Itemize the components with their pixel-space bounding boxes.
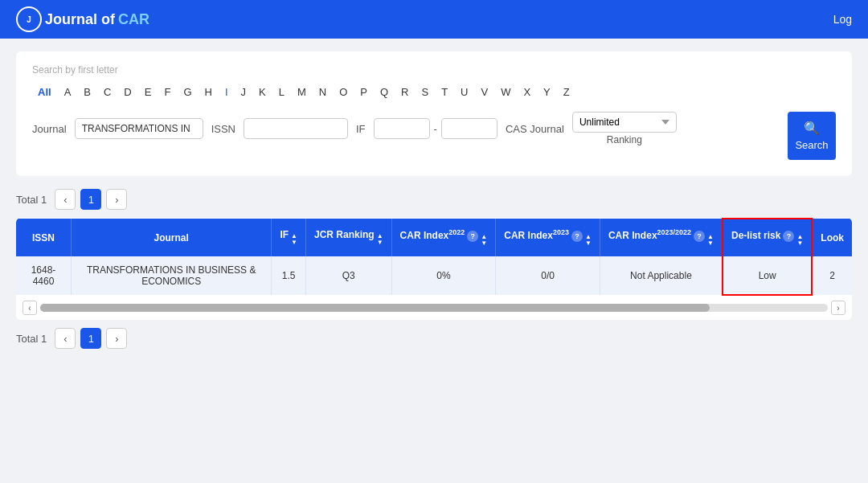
alpha-btn-h[interactable]: H: [199, 84, 218, 100]
col-label-car_index_2023: CAR Index2023: [504, 230, 569, 241]
alpha-btn-q[interactable]: Q: [375, 84, 394, 100]
alpha-btn-z[interactable]: Z: [558, 84, 575, 100]
alpha-btn-u[interactable]: U: [455, 84, 473, 100]
alpha-btn-a[interactable]: A: [59, 84, 77, 100]
sort-car_index_2023_2022[interactable]: ▲▼: [707, 234, 714, 247]
search-panel: Search by first letter AllABCDEFGHIJKLMN…: [16, 51, 852, 176]
alpha-btn-all[interactable]: All: [32, 84, 57, 100]
results-table: ISSNJournalIF▲▼JCR Ranking▲▼CAR Index202…: [16, 218, 852, 296]
alpha-btn-g[interactable]: G: [178, 84, 197, 100]
help-icon-car_index_2023_2022[interactable]: ?: [694, 231, 705, 242]
table-row: 1648-4460TRANSFORMATIONS IN BUSINESS & E…: [16, 256, 852, 295]
cell-car_index_2023_2022: Not Applicable: [600, 256, 723, 295]
cas-label: CAS Journal: [506, 123, 564, 135]
sort-car_index_2022[interactable]: ▲▼: [481, 234, 487, 247]
logo: J Journal of CAR: [16, 6, 149, 32]
alpha-btn-d[interactable]: D: [118, 84, 137, 100]
col-header-if: IF▲▼: [272, 219, 306, 256]
scroll-left-arrow[interactable]: ‹: [23, 301, 37, 315]
col-label-issn: ISSN: [32, 232, 55, 244]
cas-select[interactable]: UnlimitedQ1Q2Q3Q4: [572, 112, 677, 133]
login-link[interactable]: Log: [833, 13, 852, 26]
col-label-look: Look: [821, 232, 844, 244]
bottom-next-page-button[interactable]: ›: [106, 328, 127, 349]
cell-look: 2: [812, 256, 852, 295]
sort-if[interactable]: ▲▼: [291, 233, 297, 246]
table-body: 1648-4460TRANSFORMATIONS IN BUSINESS & E…: [16, 256, 852, 295]
if-range-group: -: [374, 118, 497, 139]
alpha-btn-o[interactable]: O: [334, 84, 353, 100]
results-table-wrapper: ISSNJournalIF▲▼JCR Ranking▲▼CAR Index202…: [16, 218, 852, 320]
col-label-delist_risk: De-list risk: [731, 230, 780, 241]
help-icon-car_index_2023[interactable]: ?: [571, 231, 583, 242]
scrollbar-track[interactable]: [40, 304, 828, 312]
col-label-jcr_ranking: JCR Ranking: [314, 229, 375, 240]
alpha-btn-k[interactable]: K: [253, 84, 272, 100]
sort-car_index_2023[interactable]: ▲▼: [585, 234, 592, 247]
search-icon: 🔍: [804, 121, 820, 136]
header: J Journal of CAR Log: [0, 0, 868, 39]
cell-issn: 1648-4460: [16, 256, 71, 295]
search-button-label: Search: [795, 139, 828, 151]
journal-label: Journal: [32, 123, 67, 135]
col-header-car_index_2023_2022: CAR Index2023/2022?▲▼: [600, 219, 723, 256]
col-header-journal: Journal: [71, 219, 271, 256]
ranking-sublabel: Ranking: [572, 134, 677, 145]
alpha-btn-x[interactable]: X: [518, 84, 536, 100]
current-page-button[interactable]: 1: [80, 189, 101, 210]
col-header-car_index_2023: CAR Index2023?▲▼: [496, 219, 600, 256]
cell-journal: TRANSFORMATIONS IN BUSINESS & ECONOMICS: [71, 256, 271, 295]
alpha-btn-j[interactable]: J: [235, 84, 252, 100]
alpha-btn-l[interactable]: L: [273, 84, 290, 100]
alpha-btn-c[interactable]: C: [98, 84, 117, 100]
alpha-btn-s[interactable]: S: [416, 84, 434, 100]
help-icon-car_index_2022[interactable]: ?: [467, 231, 478, 242]
alpha-btn-v[interactable]: V: [475, 84, 493, 100]
cell-car_index_2023: 0/0: [496, 256, 600, 295]
scrollbar-thumb: [40, 304, 710, 312]
col-header-car_index_2022: CAR Index2022?▲▼: [391, 219, 496, 256]
alpha-btn-n[interactable]: N: [313, 84, 332, 100]
alpha-btn-m[interactable]: M: [292, 84, 312, 100]
cell-jcr_ranking: Q3: [305, 256, 391, 295]
prev-page-button[interactable]: ‹: [55, 189, 76, 210]
cell-if: 1.5: [272, 256, 306, 295]
issn-input[interactable]: [244, 118, 348, 139]
help-icon-delist_risk[interactable]: ?: [783, 231, 794, 242]
col-label-if: IF: [280, 229, 289, 240]
alpha-btn-p[interactable]: P: [354, 84, 373, 100]
total-count: Total 1: [16, 194, 47, 206]
bottom-pagination: Total 1 ‹ 1 ›: [16, 320, 852, 352]
alpha-btn-i[interactable]: I: [219, 84, 234, 100]
if-from-input[interactable]: [374, 118, 430, 139]
table-header: ISSNJournalIF▲▼JCR Ranking▲▼CAR Index202…: [16, 219, 852, 256]
scroll-right-arrow[interactable]: ›: [831, 301, 845, 315]
journal-input[interactable]: [75, 118, 203, 139]
top-pagination: Total 1 ‹ 1 ›: [16, 189, 852, 210]
alpha-btn-r[interactable]: R: [395, 84, 414, 100]
if-dash: -: [434, 123, 437, 135]
col-header-jcr_ranking: JCR Ranking▲▼: [305, 219, 391, 256]
sort-jcr_ranking[interactable]: ▲▼: [377, 233, 383, 246]
next-page-button[interactable]: ›: [106, 189, 127, 210]
search-button[interactable]: 🔍 Search: [788, 112, 836, 160]
col-label-journal: Journal: [154, 232, 189, 244]
if-label: IF: [356, 123, 366, 135]
alpha-btn-t[interactable]: T: [436, 84, 453, 100]
bottom-current-page-button[interactable]: 1: [80, 328, 101, 349]
sort-delist_risk[interactable]: ▲▼: [796, 234, 803, 247]
col-label-car_index_2022: CAR Index2022: [400, 230, 465, 241]
alpha-btn-w[interactable]: W: [495, 84, 516, 100]
issn-label: ISSN: [211, 123, 235, 135]
bottom-prev-page-button[interactable]: ‹: [55, 328, 76, 349]
alpha-btn-e[interactable]: E: [139, 84, 158, 100]
bottom-total-count: Total 1: [16, 333, 47, 345]
alpha-btn-b[interactable]: B: [78, 84, 96, 100]
alpha-btn-y[interactable]: Y: [538, 84, 556, 100]
alphabet-row: AllABCDEFGHIJKLMNOPQRSTUVWXYZ: [32, 84, 836, 100]
alpha-btn-f[interactable]: F: [158, 84, 176, 100]
col-label-car_index_2023_2022: CAR Index2023/2022: [608, 230, 691, 241]
logo-car-text: CAR: [118, 11, 149, 28]
if-to-input[interactable]: [441, 118, 497, 139]
cell-car_index_2022: 0%: [391, 256, 496, 295]
